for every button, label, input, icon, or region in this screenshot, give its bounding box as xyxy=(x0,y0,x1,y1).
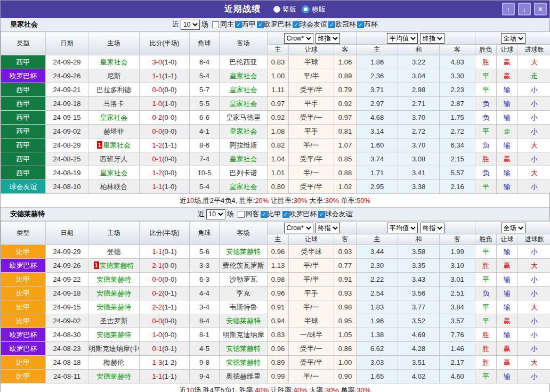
result-handicap: 赢 xyxy=(497,342,518,356)
home-team[interactable]: 1安德莱赫特 xyxy=(88,259,140,273)
league-badge: 欧罗巴杯 xyxy=(1,328,45,341)
home-team[interactable]: 西班牙人 xyxy=(88,152,140,166)
home-team[interactable]: 登德 xyxy=(88,245,140,259)
league-cell: 西甲 xyxy=(1,97,46,111)
league-filter-checkbox[interactable]: ✓ xyxy=(257,21,264,28)
home-team[interactable]: 赫塔菲 xyxy=(88,125,140,138)
home-team[interactable]: 安德莱赫特 xyxy=(88,273,140,287)
bookmaker-select[interactable]: Crow* xyxy=(284,33,313,44)
halftime-score: (0-0) xyxy=(162,155,176,163)
home-team-name: 皇家社会 xyxy=(100,58,128,66)
league-filter-checkbox[interactable]: ✓ xyxy=(318,211,325,218)
odds-away: 0.85 xyxy=(334,152,357,166)
away-team[interactable]: 巴伦西亚 xyxy=(220,55,268,69)
league-filter-checkbox[interactable]: ✓ xyxy=(328,21,335,28)
league-filter-checkbox[interactable]: ✓ xyxy=(282,211,289,218)
summary-segment: 30% xyxy=(325,386,339,392)
home-team[interactable]: 马洛卡 xyxy=(88,97,140,111)
layout-radio-vertical[interactable] xyxy=(273,6,280,13)
final-odds-select[interactable]: 终指 xyxy=(316,33,340,44)
league-filter-checkbox[interactable]: ✓ xyxy=(261,211,268,218)
home-team[interactable]: 安德莱赫特 xyxy=(88,370,140,383)
score-cell: 0-1(0-1) xyxy=(140,342,190,356)
fulltime-score: 1-0 xyxy=(152,100,162,108)
away-team[interactable]: 皇家社会 xyxy=(220,125,268,138)
away-team[interactable]: 阿拉维斯 xyxy=(220,138,268,152)
away-team[interactable]: 亨克 xyxy=(220,287,268,300)
away-team[interactable]: 安德莱赫特 xyxy=(220,356,268,370)
results-table: 类型 日期 主场 比分(半场) 角球 客场 Crow*终指 平均值终指 全场 xyxy=(1,31,550,194)
league-badge: 比甲 xyxy=(1,287,45,300)
move-up-button[interactable]: ↑ xyxy=(502,3,515,15)
home-team[interactable]: 安德莱赫特 xyxy=(88,328,140,342)
match-row: 欧罗巴杯 24-08-30 安德莱赫特 1-0(0-0) 8-1 明斯克迪纳摩 … xyxy=(1,328,550,342)
result-handicap: 赢 xyxy=(497,55,518,69)
match-count-select[interactable]: 10 xyxy=(206,209,225,219)
home-team[interactable]: 皇家社会 xyxy=(88,55,140,69)
final-odds-select-2[interactable]: 终指 xyxy=(420,33,444,44)
away-team[interactable]: 费伦茨瓦罗斯 xyxy=(220,259,268,273)
away-team[interactable]: 韦斯特鲁 xyxy=(220,300,268,314)
away-team[interactable]: 安德莱赫特 xyxy=(220,342,268,356)
bookmaker-select[interactable]: Crow* xyxy=(284,223,313,233)
score-cell: 1-2(1-1) xyxy=(140,138,190,152)
home-team[interactable]: 柏林联合 xyxy=(88,180,140,194)
average-odds-select[interactable]: 平均值 xyxy=(387,223,418,233)
fulltime-score: 1-2 xyxy=(152,141,162,149)
odds-handicap: 半球 xyxy=(289,55,334,69)
halftime-score: (0-0) xyxy=(162,86,176,94)
away-team[interactable]: 皇家社会 xyxy=(220,97,268,111)
final-odds-select-2[interactable]: 终指 xyxy=(420,223,444,233)
move-down-button[interactable]: ↓ xyxy=(518,3,531,15)
odds-home: 0.82 xyxy=(268,138,289,152)
away-team[interactable]: 皇家社会 xyxy=(220,152,268,166)
layout-radio-horizontal[interactable] xyxy=(302,5,310,13)
odds-handicap: 受半/一 xyxy=(289,111,334,125)
halftime-score: (0-0) xyxy=(162,113,176,121)
home-team[interactable]: 皇家社会 xyxy=(88,111,140,125)
fulltime-score: 0-1 xyxy=(152,155,162,163)
scope-select[interactable]: 全场 xyxy=(501,33,525,44)
league-filter-checkbox[interactable]: ✓ xyxy=(235,21,242,28)
league-filter-checkbox[interactable]: ✓ xyxy=(293,21,300,28)
section-header-band: 安德莱赫特 近10场同客✓比甲✓欧罗巴杯✓球会友谊 xyxy=(1,208,549,221)
fulltime-score: 2-2 xyxy=(152,303,162,311)
away-team-name: 安德莱赫特 xyxy=(226,317,261,325)
summary-segment: 大率: xyxy=(308,197,325,205)
away-team[interactable]: 安德莱赫特 xyxy=(220,314,268,328)
home-team[interactable]: 安德莱赫特 xyxy=(88,287,140,300)
away-team[interactable]: 奥德赫维里 xyxy=(220,370,268,383)
score-cell: 1-0(0-0) xyxy=(140,328,190,342)
same-venue-checkbox[interactable] xyxy=(238,211,245,218)
league-cell: 西甲 xyxy=(1,166,46,180)
home-team[interactable]: 1皇家社会 xyxy=(88,138,140,152)
close-button[interactable]: ✕ xyxy=(534,3,547,15)
average-odds-select[interactable]: 平均值 xyxy=(387,33,418,44)
league-badge: 欧罗巴杯 xyxy=(1,342,45,355)
home-team[interactable]: 巴拉多利德 xyxy=(88,83,140,97)
away-team[interactable]: 皇家社会 xyxy=(220,180,268,194)
avg-home: 1.96 xyxy=(357,314,398,328)
league-cell: 比甲 xyxy=(1,370,46,383)
home-team[interactable]: 明斯克迪纳摩(中) xyxy=(88,342,140,356)
home-team[interactable]: 安德莱赫特 xyxy=(88,300,140,314)
match-count-select[interactable]: 10 xyxy=(181,20,200,30)
away-team[interactable]: 明斯克迪纳摩 xyxy=(220,328,268,342)
away-team[interactable]: 巴列卡诺 xyxy=(220,166,268,180)
away-team[interactable]: 皇家马德里 xyxy=(220,111,268,125)
corners-cell: 9-8 xyxy=(190,356,220,370)
away-team[interactable]: 沙勒罗瓦 xyxy=(220,273,268,287)
home-team[interactable]: 圣吉罗斯 xyxy=(88,314,140,328)
league-filter-checkbox[interactable]: ✓ xyxy=(357,21,364,28)
away-team[interactable]: 皇家社会 xyxy=(220,83,268,97)
summary-segment: 单率: xyxy=(339,386,357,392)
same-venue-checkbox[interactable] xyxy=(212,21,219,28)
home-team[interactable]: 皇家社会 xyxy=(88,166,140,180)
final-odds-select[interactable]: 终指 xyxy=(316,223,340,233)
scope-select[interactable]: 全场 xyxy=(501,223,525,233)
away-team[interactable]: 皇家社会 xyxy=(220,69,268,83)
home-team[interactable]: 梅赫伦 xyxy=(88,356,140,370)
away-team[interactable]: 安德莱赫特 xyxy=(220,245,268,259)
home-team[interactable]: 尼斯 xyxy=(88,69,140,83)
avg-away: 3.10 xyxy=(440,259,475,273)
